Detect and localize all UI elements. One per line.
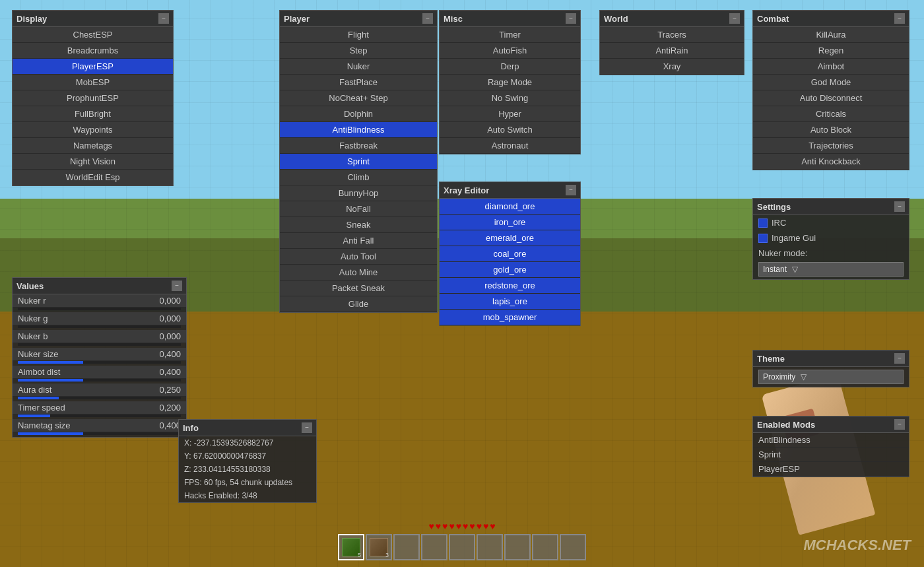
values-minimize-button[interactable]: − (172, 281, 182, 291)
value-bar-container[interactable] (18, 343, 181, 346)
list-item[interactable]: emerald_ore (440, 230, 580, 246)
list-item[interactable]: gold_ore (440, 262, 580, 278)
list-item[interactable]: Dolphin (280, 106, 437, 122)
list-item[interactable]: Step (280, 43, 437, 59)
xray-minimize-button[interactable]: − (566, 185, 576, 195)
list-item[interactable]: Trajectories (753, 138, 909, 154)
display-panel-title: Display (16, 14, 47, 24)
info-minimize-button[interactable]: − (302, 422, 312, 433)
list-item[interactable]: NoCheat+ Step (280, 90, 437, 106)
list-item[interactable]: ChestESP (13, 27, 173, 43)
hotbar-slot[interactable] (560, 534, 586, 560)
value-bar-container[interactable] (18, 397, 181, 399)
misc-minimize-button[interactable]: − (566, 13, 576, 24)
value-bar-container[interactable] (18, 325, 181, 328)
value-bar-container[interactable] (18, 415, 181, 417)
hotbar-slot[interactable]: 5 (338, 534, 364, 560)
theme-minimize-button[interactable]: − (894, 353, 905, 364)
list-item[interactable]: Rage Mode (440, 75, 580, 90)
list-item[interactable]: MobESP (13, 75, 173, 90)
list-item[interactable]: diamond_ore (440, 199, 580, 215)
list-item[interactable]: KillAura (753, 27, 909, 43)
display-minimize-button[interactable]: − (158, 13, 169, 24)
ingame-checkbox[interactable] (758, 234, 768, 243)
list-item[interactable]: Auto Tool (280, 249, 437, 265)
list-item[interactable]: Aimbot (753, 59, 909, 75)
player-minimize-button[interactable]: − (422, 13, 433, 24)
value-bar-container[interactable] (18, 361, 181, 364)
settings-panel-title: Settings (757, 202, 791, 212)
list-item[interactable]: Night Vision (13, 154, 173, 170)
list-item[interactable]: Climb (280, 170, 437, 185)
list-item[interactable]: Packet Sneak (280, 281, 437, 296)
list-item[interactable]: Auto Block (753, 122, 909, 138)
list-item[interactable]: Nametags (13, 138, 173, 154)
list-item[interactable]: Regen (753, 43, 909, 59)
list-item[interactable]: AntiRain (600, 43, 744, 59)
value-label: Timer speed (18, 403, 65, 413)
list-item[interactable]: Timer (440, 27, 580, 43)
list-item[interactable]: redstone_ore (440, 278, 580, 294)
value-bar-container[interactable] (18, 432, 181, 435)
list-item[interactable]: ProphuntESP (13, 90, 173, 106)
value-bar-container[interactable] (18, 379, 181, 382)
enabled-mods-panel-title: Enabled Mods (757, 420, 815, 430)
settings-minimize-button[interactable]: − (894, 201, 905, 212)
value-row: Aimbot dist0,400 (13, 366, 186, 382)
list-item[interactable]: coal_ore (440, 246, 580, 262)
list-item[interactable]: Breadcrumbs (13, 43, 173, 59)
list-item[interactable]: NoFall (280, 201, 437, 217)
list-item[interactable]: FastPlace (280, 75, 437, 90)
list-item[interactable]: lapis_ore (440, 294, 580, 310)
list-item[interactable]: Auto Mine (280, 265, 437, 281)
list-item[interactable]: Hyper (440, 106, 580, 122)
list-item[interactable]: Criticals (753, 106, 909, 122)
list-item[interactable]: No Swing (440, 90, 580, 106)
hotbar-slot[interactable] (449, 534, 475, 560)
list-item[interactable]: iron_ore (440, 215, 580, 230)
list-item[interactable]: Glide (280, 296, 437, 312)
list-item[interactable]: mob_spawner (440, 310, 580, 325)
hotbar-slot[interactable] (504, 534, 531, 560)
list-item[interactable]: BunnyHop (280, 185, 437, 201)
list-item[interactable]: Tracers (600, 27, 744, 43)
nuker-mode-label: Nuker mode: (753, 246, 909, 259)
list-item[interactable]: Auto Switch (440, 122, 580, 138)
list-item[interactable]: Waypoints (13, 122, 173, 138)
list-item[interactable]: Sprint (280, 154, 437, 170)
list-item[interactable]: Auto Disconnect (753, 90, 909, 106)
combat-panel-title: Combat (757, 14, 789, 24)
list-item[interactable]: WorldEdit Esp (13, 170, 173, 185)
world-minimize-button[interactable]: − (729, 13, 740, 24)
list-item[interactable]: Flight (280, 27, 437, 43)
irc-checkbox[interactable] (758, 218, 768, 228)
list-item[interactable]: Sneak (280, 217, 437, 233)
list-item[interactable]: God Mode (753, 75, 909, 90)
list-item[interactable]: Anti Fall (280, 233, 437, 249)
list-item[interactable]: Nuker (280, 59, 437, 75)
hotbar-slot[interactable]: 3 (366, 534, 392, 560)
hotbar-slot[interactable] (393, 534, 420, 560)
value-label: Nuker r (18, 296, 46, 306)
list-item[interactable]: AutoFish (440, 43, 580, 59)
list-item[interactable]: AntiBlindness (280, 122, 437, 138)
theme-dropdown[interactable]: Proximity ▽ (758, 370, 904, 384)
nuker-mode-arrow: ▽ (792, 265, 798, 274)
value-bar-container[interactable] (18, 308, 181, 310)
combat-panel-header: Combat − (753, 11, 909, 27)
nuker-mode-dropdown[interactable]: Instant ▽ (758, 262, 904, 277)
hotbar-slot[interactable] (421, 534, 447, 560)
list-item[interactable]: Fastbreak (280, 138, 437, 154)
settings-irc-row: IRC (753, 215, 909, 230)
list-item[interactable]: Xray (600, 59, 744, 75)
list-item[interactable]: Anti Knockback (753, 154, 909, 170)
list-item[interactable]: Derp (440, 59, 580, 75)
combat-minimize-button[interactable]: − (894, 13, 905, 24)
enabled-mods-minimize-button[interactable]: − (894, 419, 905, 430)
heart-icon: ♥ (490, 521, 495, 531)
list-item[interactable]: FullBright (13, 106, 173, 122)
hotbar-slot[interactable] (532, 534, 558, 560)
list-item[interactable]: PlayerESP (13, 59, 173, 75)
hotbar-slot[interactable] (477, 534, 503, 560)
list-item[interactable]: Astronaut (440, 138, 580, 154)
